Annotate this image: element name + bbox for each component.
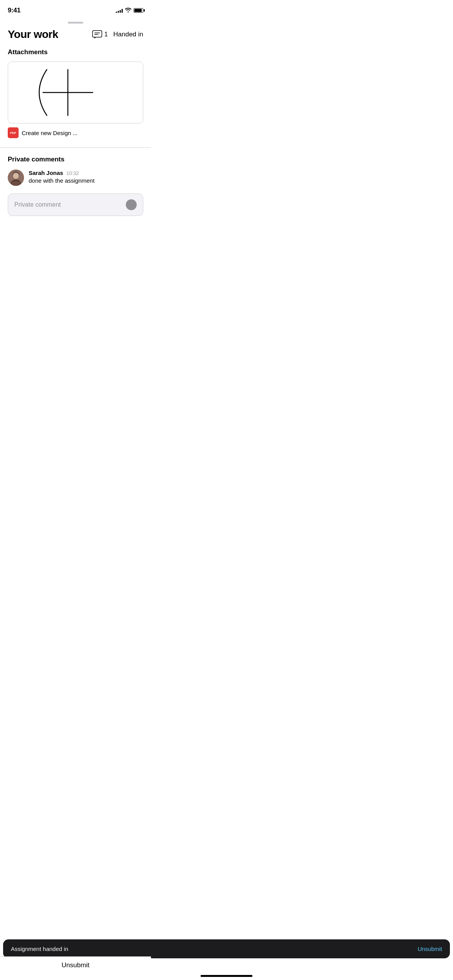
attachment-thumbnail[interactable] xyxy=(8,62,143,123)
page-header: Your work 1 Handed in xyxy=(0,28,151,48)
comment-time: 10:32 xyxy=(66,170,79,176)
wifi-icon xyxy=(125,8,131,14)
attachments-title: Attachments xyxy=(0,48,151,62)
attachment-label[interactable]: PDF Create new Design ... xyxy=(0,127,151,147)
comment-author: Sarah Jonas xyxy=(29,170,63,176)
attachment-filename: Create new Design ... xyxy=(22,130,77,136)
comment-input-placeholder: Private comment xyxy=(14,201,61,208)
status-bar: 9:41 xyxy=(0,0,151,19)
avatar xyxy=(8,170,24,186)
header-right: 1 Handed in xyxy=(92,30,143,39)
battery-icon xyxy=(134,8,143,13)
comment-text: done with the assignment xyxy=(29,177,143,184)
comment-count-number: 1 xyxy=(105,31,108,38)
attachments-section: Attachments PDF Create new Design ... xyxy=(0,48,151,147)
pdf-icon: PDF xyxy=(8,127,19,138)
comment-body: Sarah Jonas 10:32 done with the assignme… xyxy=(29,170,143,184)
comment-item: Sarah Jonas 10:32 done with the assignme… xyxy=(8,170,143,186)
status-icons xyxy=(116,8,143,14)
page-title: Your work xyxy=(8,28,58,41)
svg-rect-0 xyxy=(93,31,102,37)
status-time: 9:41 xyxy=(8,7,21,14)
private-comments-title: Private comments xyxy=(8,156,143,170)
signal-icon xyxy=(116,8,123,13)
svg-point-9 xyxy=(14,173,18,179)
private-comments-section: Private comments Sarah Jonas 10:32 xyxy=(0,156,151,186)
send-button[interactable] xyxy=(126,199,137,210)
comment-input-container[interactable]: Private comment xyxy=(8,194,143,216)
comment-count[interactable]: 1 xyxy=(92,30,108,39)
comment-icon xyxy=(92,30,102,39)
handed-in-badge: Handed in xyxy=(113,31,143,38)
avatar-image xyxy=(8,170,24,186)
section-divider xyxy=(0,147,151,148)
comment-author-line: Sarah Jonas 10:32 xyxy=(29,170,143,176)
drag-handle[interactable] xyxy=(68,22,83,24)
drag-handle-container xyxy=(0,19,151,28)
thumbnail-drawing xyxy=(8,62,143,123)
